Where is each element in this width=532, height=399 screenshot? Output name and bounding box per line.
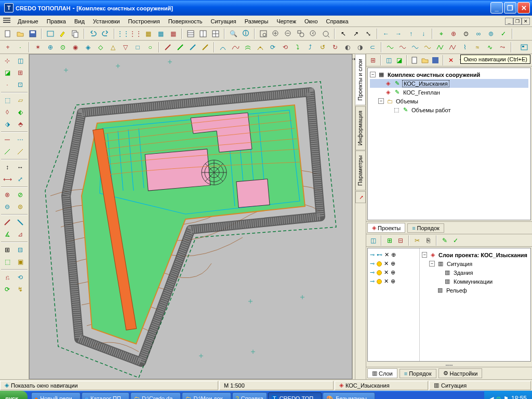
lt25[interactable] <box>1 217 14 228</box>
arc8[interactable]: ⤴ <box>304 42 316 53</box>
menu-surface[interactable]: Поверхность <box>164 17 207 25</box>
zoom-window-button[interactable] <box>295 28 307 39</box>
pt-new[interactable] <box>410 56 419 65</box>
menu-drawing[interactable]: Чертеж <box>272 17 300 25</box>
lt2[interactable]: ◫ <box>14 55 26 66</box>
lt20[interactable]: ⤢ <box>14 174 26 185</box>
lt7[interactable]: ⬚ <box>1 95 14 106</box>
grid3-button[interactable]: ▦ <box>142 28 154 39</box>
lp-g[interactable]: ✓ <box>451 236 460 245</box>
sidetab-params[interactable]: Параметры <box>355 151 366 191</box>
menu-settings[interactable]: Установки <box>89 17 124 25</box>
lt33[interactable]: ⎌ <box>1 272 14 283</box>
task-folder1[interactable]: 🗀D:\Credo da... <box>130 392 181 399</box>
line1[interactable] <box>162 42 174 53</box>
task-firefox[interactable]: ●Новый рели... <box>31 392 81 399</box>
save-button[interactable] <box>27 28 38 39</box>
pt-c[interactable]: ◪ <box>394 56 404 65</box>
mdi-close[interactable]: ✕ <box>522 18 530 25</box>
expander-icon[interactable]: − <box>422 252 427 258</box>
zoom-dyn-button[interactable] <box>320 28 331 39</box>
curve4[interactable] <box>422 42 433 53</box>
nav-c-button[interactable]: ⊙ <box>460 28 472 39</box>
navwin-button[interactable]: Окно навигации (Ctrl+E) <box>518 42 530 53</box>
layer-item-buildings[interactable]: ▥ Здания <box>422 268 528 277</box>
zoom-out-button[interactable] <box>283 28 294 39</box>
layer-item-situation[interactable]: − ▥ Ситуация <box>422 259 528 268</box>
arc1[interactable] <box>217 42 229 53</box>
lt1[interactable]: ⊹ <box>1 55 14 66</box>
lp-c[interactable]: ⊟ <box>396 236 405 245</box>
menu-dimensions[interactable]: Размеры <box>241 17 273 25</box>
pt-b[interactable]: ◫ <box>384 56 393 65</box>
pt-a[interactable]: ✶ <box>32 42 44 53</box>
task-paint[interactable]: 🎨Безымянны... <box>323 392 375 399</box>
arrow-r-button[interactable]: → <box>393 28 404 39</box>
layers-tree[interactable]: − ◈ Слои проекта: КОС_Изыскания − ▥ Ситу… <box>420 248 530 361</box>
lp-b[interactable]: ⊞ <box>385 236 394 245</box>
bulb-icon[interactable] <box>377 270 382 275</box>
window-button[interactable] <box>45 28 56 39</box>
layer-item-relief[interactable]: ▥ Рельеф <box>422 286 528 295</box>
curve10[interactable]: ⤳ <box>497 42 508 53</box>
maximize-button[interactable]: ❐ <box>504 2 516 14</box>
system-tray[interactable]: ◀ ⊙ ⚑ 18:55 <box>484 391 532 399</box>
zoom-in-button[interactable] <box>270 28 282 39</box>
info-button[interactable]: ⓘ <box>240 28 251 39</box>
arc12[interactable]: ◑ <box>354 42 366 53</box>
menu-icon[interactable] <box>3 18 10 25</box>
highlight-button[interactable] <box>57 28 69 39</box>
nav-e-button[interactable]: ⊚ <box>485 28 497 39</box>
table2-button[interactable] <box>197 28 209 39</box>
new-button[interactable] <box>2 28 14 39</box>
sidetab-check[interactable]: ✓ <box>355 191 366 203</box>
line3[interactable] <box>187 42 198 53</box>
curve5[interactable] <box>434 42 446 53</box>
grid1-button[interactable]: ⋮⋮ <box>117 28 129 39</box>
mdi-minimize[interactable]: _ <box>505 18 513 25</box>
pt-f[interactable]: ◇ <box>95 42 106 53</box>
tray-icon[interactable]: ◀ <box>489 395 494 400</box>
pt-c[interactable]: ⊙ <box>57 42 69 53</box>
pt-j[interactable]: ○ <box>144 42 156 53</box>
arc9[interactable]: ↺ <box>317 42 328 53</box>
lt11[interactable]: ⬗ <box>1 118 14 130</box>
lt4[interactable]: ⊞ <box>14 67 26 78</box>
lt22[interactable]: ⊘ <box>14 189 26 201</box>
tab-order[interactable]: ≡Порядок <box>407 223 444 233</box>
layer-vis-row[interactable]: ⊸✕⊕ <box>369 268 418 277</box>
menu-help[interactable]: Справка <box>322 17 353 25</box>
pt-del[interactable]: ✕ <box>446 56 456 65</box>
lt28[interactable]: ⊿ <box>14 229 26 240</box>
projects-tree[interactable]: − ▦ Комплекс очистных сооружений ◈ ✎ КОС… <box>367 68 531 220</box>
tab-order2[interactable]: ≡Порядок <box>400 369 436 378</box>
point2-button[interactable]: · <box>15 42 26 53</box>
check-button[interactable]: ✓ <box>498 28 509 39</box>
redo-button[interactable] <box>100 28 111 39</box>
arc6[interactable]: ⟲ <box>280 42 291 53</box>
lt35[interactable]: ⟳ <box>1 284 14 295</box>
curve6[interactable] <box>447 42 458 53</box>
layer-vis-row[interactable]: ⊸✕⊕ <box>369 277 418 286</box>
arc5[interactable]: ⟳ <box>267 42 278 53</box>
pt-e[interactable]: ◈ <box>82 42 94 53</box>
lp-a[interactable]: ◫ <box>368 236 378 245</box>
lt21[interactable]: ⊗ <box>1 189 14 201</box>
pt-d[interactable]: ◉ <box>70 42 81 53</box>
tray-icon[interactable]: ⚑ <box>503 395 509 400</box>
lt36[interactable]: ↯ <box>14 284 26 295</box>
lt13[interactable] <box>1 134 14 145</box>
tree-item-volumes[interactable]: − 🗀 Объемы <box>370 97 528 105</box>
lp-e[interactable]: ⎘ <box>423 236 433 245</box>
lt3[interactable]: ◪ <box>1 67 14 78</box>
lt29[interactable]: ⊞ <box>1 244 14 256</box>
open-button[interactable] <box>15 28 26 39</box>
curve2[interactable] <box>397 42 408 53</box>
lt10[interactable]: ⬖ <box>14 107 26 118</box>
lt32[interactable]: ▣ <box>14 256 26 268</box>
pt-i[interactable]: □ <box>132 42 143 53</box>
nav-b-button[interactable]: ⊕ <box>448 28 459 39</box>
lt14[interactable] <box>14 134 26 145</box>
task-help[interactable]: ?Справка <box>232 392 267 399</box>
tab-projects[interactable]: ◈Проекты <box>367 223 405 233</box>
